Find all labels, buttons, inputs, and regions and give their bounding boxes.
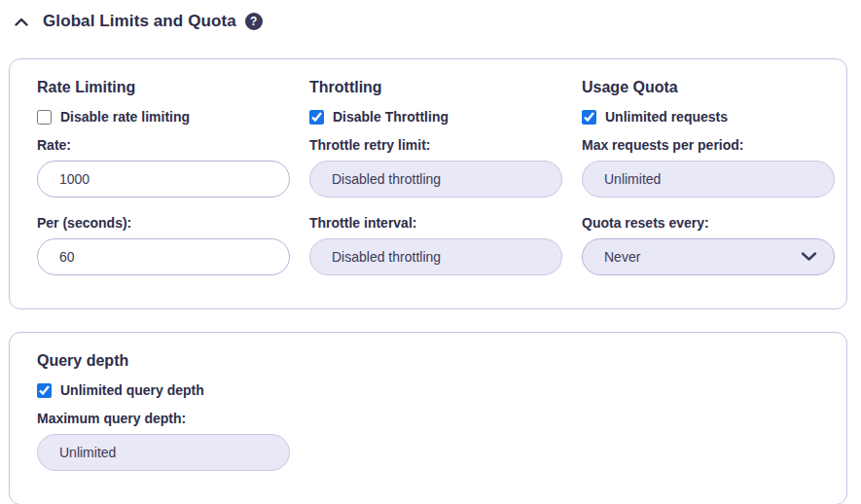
throttle-interval-input — [309, 238, 562, 275]
unlimited-requests-checkbox[interactable] — [582, 110, 596, 125]
max-query-depth-field: Maximum query depth: — [37, 411, 827, 471]
unlimited-query-depth-label[interactable]: Unlimited query depth — [60, 382, 204, 398]
throttle-interval-label: Throttle interval: — [309, 215, 582, 231]
max-requests-label: Max requests per period: — [582, 137, 854, 153]
max-query-depth-label: Maximum query depth: — [37, 411, 827, 426]
unlimited-query-depth-checkbox[interactable] — [37, 383, 52, 398]
throttle-retry-limit-input — [309, 161, 562, 198]
rate-label: Rate: — [37, 137, 309, 153]
rate-limiting-heading: Rate Limiting — [37, 79, 309, 96]
limits-card-grid: Rate Limiting Disable rate limiting Rate… — [37, 79, 827, 275]
max-requests-field: Max requests per period: — [582, 137, 854, 198]
unlimited-requests-label[interactable]: Unlimited requests — [605, 109, 728, 125]
page-title: Global Limits and Quota — [43, 12, 236, 31]
quota-resets-label: Quota resets every: — [582, 215, 854, 231]
query-depth-heading: Query depth — [37, 352, 827, 370]
query-depth-card: Query depth Unlimited query depth Maximu… — [9, 332, 847, 504]
quota-resets-field: Quota resets every: Never — [582, 215, 854, 275]
throttle-retry-limit-label: Throttle retry limit: — [309, 137, 582, 153]
disable-throttling-label[interactable]: Disable Throttling — [333, 109, 448, 125]
disable-rate-limiting-label[interactable]: Disable rate limiting — [60, 109, 190, 125]
section-header: Global Limits and Quota ? — [0, 8, 861, 33]
disable-throttling-checkbox[interactable] — [309, 110, 324, 125]
throttling-column: Throttling Disable Throttling Throttle r… — [309, 79, 582, 275]
per-seconds-field: Per (seconds): — [37, 215, 309, 275]
per-seconds-input[interactable] — [37, 238, 290, 275]
help-icon[interactable]: ? — [245, 13, 263, 30]
disable-throttling-row: Disable Throttling — [309, 109, 582, 125]
max-requests-input — [582, 161, 835, 198]
usage-quota-column: Usage Quota Unlimited requests Max reque… — [582, 79, 854, 275]
chevron-down-icon — [801, 249, 817, 265]
disable-rate-limiting-checkbox[interactable] — [37, 110, 52, 125]
rate-limiting-column: Rate Limiting Disable rate limiting Rate… — [37, 79, 309, 275]
max-query-depth-input — [37, 434, 290, 471]
throttle-interval-field: Throttle interval: — [309, 215, 582, 275]
throttle-retry-limit-field: Throttle retry limit: — [309, 137, 582, 198]
limits-card: Rate Limiting Disable rate limiting Rate… — [9, 58, 847, 309]
collapse-section-button[interactable] — [10, 10, 33, 33]
disable-rate-limiting-row: Disable rate limiting — [37, 109, 309, 125]
unlimited-requests-row: Unlimited requests — [582, 109, 854, 125]
quota-resets-selected-value: Never — [604, 249, 640, 265]
unlimited-query-depth-row: Unlimited query depth — [37, 382, 827, 398]
usage-quota-heading: Usage Quota — [582, 79, 854, 96]
quota-resets-select[interactable]: Never — [582, 238, 835, 275]
global-limits-page: Global Limits and Quota ? Rate Limiting … — [0, 0, 861, 504]
throttling-heading: Throttling — [309, 79, 582, 96]
per-seconds-label: Per (seconds): — [37, 215, 309, 231]
rate-input[interactable] — [37, 161, 290, 198]
chevron-up-icon — [15, 15, 28, 29]
rate-field: Rate: — [37, 137, 309, 198]
query-depth-column: Query depth Unlimited query depth Maximu… — [37, 352, 827, 471]
